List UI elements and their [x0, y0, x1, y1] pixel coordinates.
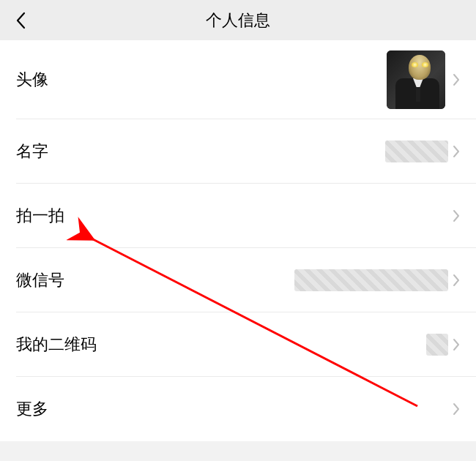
page-title: 个人信息	[0, 10, 476, 31]
row-name-label: 名字	[16, 140, 48, 162]
row-more-label: 更多	[16, 398, 48, 420]
row-wechat-id[interactable]: 微信号	[0, 248, 476, 312]
name-value-blurred	[385, 140, 448, 162]
wechat-id-value-blurred	[294, 269, 448, 291]
row-avatar-label: 头像	[16, 69, 48, 91]
row-avatar[interactable]: 头像	[0, 40, 476, 119]
chevron-right-icon	[453, 145, 460, 158]
chevron-right-icon	[453, 209, 460, 222]
chevron-right-icon	[453, 274, 460, 287]
row-more[interactable]: 更多	[0, 377, 476, 441]
row-pat-label: 拍一拍	[16, 205, 64, 227]
qr-thumbnail-blurred	[426, 334, 448, 356]
avatar-image	[387, 50, 445, 109]
section-gap	[0, 441, 476, 449]
chevron-left-icon	[15, 12, 26, 29]
chevron-right-icon	[453, 73, 460, 86]
row-name[interactable]: 名字	[0, 119, 476, 184]
chevron-right-icon	[453, 338, 460, 351]
row-wechat-label: 微信号	[16, 269, 64, 291]
header-bar: 个人信息	[0, 0, 476, 40]
row-pat[interactable]: 拍一拍	[0, 184, 476, 248]
settings-list: 头像 名字 拍一拍	[0, 40, 476, 441]
personal-info-screen: 个人信息 头像 名字 拍一拍	[0, 0, 476, 461]
chevron-right-icon	[453, 402, 460, 416]
row-qr-label: 我的二维码	[16, 334, 97, 356]
row-qr-code[interactable]: 我的二维码	[0, 312, 476, 377]
back-button[interactable]	[6, 0, 35, 40]
